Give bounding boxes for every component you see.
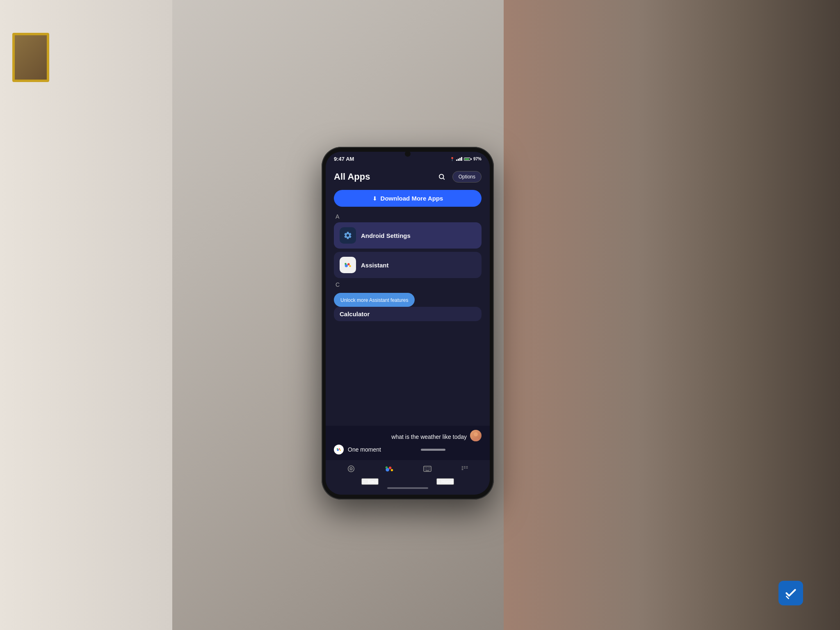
android-settings-icon (340, 227, 356, 244)
assistant-overlay: what is the weather like today (326, 426, 490, 460)
bottom-navigation: ← Back ⌂ Home (326, 460, 490, 495)
android-settings-item[interactable]: Android Settings (334, 222, 482, 249)
svg-point-5 (345, 263, 347, 265)
svg-point-17 (385, 466, 387, 468)
svg-point-3 (347, 263, 350, 265)
svg-point-11 (337, 448, 338, 450)
unlock-assistant-tooltip[interactable]: Unlock more Assistant features (334, 293, 415, 307)
svg-point-13 (350, 468, 352, 470)
svg-point-10 (340, 450, 341, 451)
nav-menu-icon[interactable] (460, 464, 469, 473)
section-a-label: A (336, 213, 482, 220)
tooltip-text: Unlock more Assistant features (340, 297, 408, 303)
svg-line-1 (443, 178, 444, 180)
left-wall (0, 0, 172, 630)
download-button-label: Download More Apps (381, 195, 443, 202)
gesture-pill (421, 449, 445, 451)
calculator-item[interactable]: Calculator (334, 307, 482, 321)
svg-point-15 (388, 467, 391, 470)
title-bar: All Apps Options (334, 169, 482, 184)
nav-icons-row (332, 463, 483, 474)
options-button[interactable]: Options (452, 171, 482, 183)
battery-percent: 97% (473, 157, 482, 161)
svg-point-6 (474, 432, 478, 436)
query-row: what is the weather like today (334, 430, 482, 441)
back-button[interactable]: ← Back (361, 478, 379, 485)
right-brick-wall (504, 0, 840, 630)
assistant-item[interactable]: Assistant (334, 252, 482, 278)
android-settings-name: Android Settings (361, 232, 411, 239)
user-avatar (470, 430, 482, 441)
download-more-apps-button[interactable]: ⬇ Download More Apps (334, 190, 482, 207)
query-text: what is the weather like today (391, 433, 467, 441)
phone-screen: 9:47 AM 📍 (326, 152, 490, 495)
home-button[interactable]: ⌂ Home (436, 478, 454, 485)
app-list-content: All Apps Options ⬇ Download (326, 164, 490, 426)
download-icon: ⬇ (372, 195, 377, 202)
assistant-status-text: One moment (348, 446, 381, 453)
signal-icon (456, 157, 462, 161)
svg-point-16 (390, 469, 393, 471)
status-icons: 📍 97% (450, 157, 482, 161)
nav-buttons-row: ← Back ⌂ Home (332, 478, 483, 485)
location-icon: 📍 (450, 157, 454, 161)
svg-point-7 (472, 438, 479, 441)
nav-keyboard-icon[interactable] (423, 464, 432, 473)
phone-wrapper: 9:47 AM 📍 (322, 147, 494, 500)
svg-point-0 (439, 174, 444, 179)
gesture-indicator-bar (387, 487, 428, 489)
title-actions: Options (434, 169, 482, 184)
section-c-label: C (336, 281, 482, 288)
svg-point-4 (349, 265, 351, 267)
nav-google-assistant-icon[interactable] (384, 463, 395, 474)
battery-icon (464, 158, 472, 161)
status-time: 9:47 AM (334, 156, 354, 162)
phone-device: 9:47 AM 📍 (322, 147, 494, 500)
gold-frame (12, 33, 49, 82)
camera-notch (405, 151, 411, 157)
svg-point-12 (348, 466, 354, 472)
nav-lens-icon[interactable] (347, 464, 356, 473)
assistant-name: Assistant (361, 262, 389, 269)
page-title: All Apps (334, 171, 370, 182)
search-button[interactable] (434, 169, 449, 184)
assistant-status-row: One moment (334, 445, 482, 454)
google-assistant-small-icon (334, 445, 344, 454)
bottom-right-badge (778, 581, 803, 605)
svg-point-9 (338, 448, 340, 450)
calculator-name: Calculator (340, 310, 370, 317)
assistant-icon (340, 257, 356, 273)
